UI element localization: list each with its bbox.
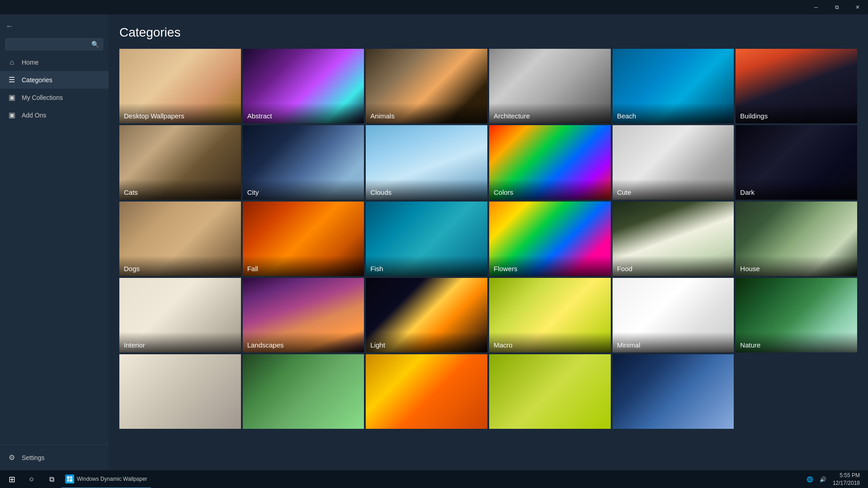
back-icon: ← [5, 22, 14, 31]
category-tile-house[interactable]: House [736, 202, 857, 276]
category-label-landscapes: Landscapes [243, 332, 364, 352]
restore-button[interactable]: ⧉ [826, 0, 847, 14]
category-tile-animals[interactable]: Animals [366, 49, 487, 123]
search-icon: 🔍 [91, 41, 99, 48]
app-icon [65, 474, 74, 483]
settings-item[interactable]: ⚙ Settings [0, 449, 108, 466]
search-input[interactable] [9, 41, 91, 48]
categories-icon: ☰ [7, 75, 16, 84]
category-label-cute: Cute [613, 179, 734, 200]
category-label-architecture: Architecture [489, 103, 611, 123]
sidebar-item-categories[interactable]: ☰ Categories [0, 71, 108, 89]
search-box[interactable]: 🔍 [5, 38, 103, 50]
category-tile-architecture[interactable]: Architecture [489, 49, 611, 123]
category-tile-buildings[interactable]: Buildings [736, 49, 857, 123]
category-tile-partial-1[interactable] [119, 354, 241, 429]
app-container: ← 🔍 ⌂ Home ☰ Categories ▣ My Collections… [0, 14, 868, 470]
time: 5:55 PM [833, 472, 860, 479]
category-tile-colors[interactable]: Colors [489, 125, 611, 200]
category-label-food: Food [613, 256, 734, 276]
taskbar: ⊞ ○ ⧉ Windows Dynamic Wallpaper 🌐 🔊 5:55… [0, 470, 868, 488]
category-tile-desktop-wallpapers[interactable]: Desktop Wallpapers [119, 49, 241, 123]
category-label-macro: Macro [489, 332, 611, 352]
task-view-button[interactable]: ⧉ [42, 470, 61, 488]
category-tile-flowers[interactable]: Flowers [489, 202, 611, 276]
category-label-interior: Interior [119, 332, 241, 352]
category-tile-beach[interactable]: Beach [613, 49, 734, 123]
title-bar-controls: ─ ⧉ ✕ [806, 0, 868, 14]
category-tile-macro[interactable]: Macro [489, 278, 611, 352]
collections-icon: ▣ [7, 93, 16, 102]
close-button[interactable]: ✕ [847, 0, 868, 14]
taskbar-app-item[interactable]: Windows Dynamic Wallpaper [61, 470, 151, 488]
category-tile-minimal[interactable]: Minimal [613, 278, 734, 352]
category-tile-fall[interactable]: Fall [243, 202, 364, 276]
sidebar-footer: ⚙ Settings [0, 445, 108, 470]
minimize-button[interactable]: ─ [806, 0, 826, 14]
category-tile-dark[interactable]: Dark [736, 125, 857, 200]
category-label-animals: Animals [366, 103, 487, 123]
back-button[interactable]: ← [0, 18, 108, 35]
category-grid: Desktop WallpapersAbstractAnimalsArchite… [119, 49, 857, 429]
category-tile-partial-2[interactable] [243, 354, 364, 429]
settings-label: Settings [22, 454, 45, 461]
category-label-buildings: Buildings [736, 103, 857, 123]
volume-icon: 🔊 [820, 476, 826, 483]
category-tile-abstract[interactable]: Abstract [243, 49, 364, 123]
clock[interactable]: 5:55 PM 12/17/2018 [830, 470, 863, 488]
taskbar-right: 🌐 🔊 5:55 PM 12/17/2018 [804, 470, 866, 488]
taskbar-search-button[interactable]: ○ [22, 470, 42, 488]
category-tile-dogs[interactable]: Dogs [119, 202, 241, 276]
category-tile-interior[interactable]: Interior [119, 278, 241, 352]
category-label-dogs: Dogs [119, 256, 241, 276]
category-tile-clouds[interactable]: Clouds [366, 125, 487, 200]
category-label-clouds: Clouds [366, 179, 487, 200]
volume-icon-button[interactable]: 🔊 [817, 470, 829, 488]
category-tile-city[interactable]: City [243, 125, 364, 200]
category-label-nature: Nature [736, 332, 857, 352]
time-display: 5:55 PM 12/17/2018 [833, 472, 860, 487]
category-tile-partial-3[interactable] [366, 354, 487, 429]
category-tile-cute[interactable]: Cute [613, 125, 734, 200]
main-content: Categories Desktop WallpapersAbstractAni… [108, 14, 868, 470]
sidebar-item-home[interactable]: ⌂ Home [0, 54, 108, 71]
category-tile-food[interactable]: Food [613, 202, 734, 276]
settings-icon: ⚙ [7, 453, 16, 462]
category-label-colors: Colors [489, 179, 611, 200]
category-tile-fish[interactable]: Fish [366, 202, 487, 276]
sidebar-item-add-ons[interactable]: ▣ Add Ons [0, 106, 108, 124]
network-icon-button[interactable]: 🌐 [804, 470, 816, 488]
category-label-house: House [736, 256, 857, 276]
category-label-city: City [243, 179, 364, 200]
network-icon: 🌐 [807, 476, 813, 483]
category-label-beach: Beach [613, 103, 734, 123]
category-label-light: Light [366, 332, 487, 352]
taskbar-app-label: Windows Dynamic Wallpaper [77, 476, 147, 482]
category-tile-partial-4[interactable] [489, 354, 611, 429]
date: 12/17/2018 [833, 479, 860, 487]
start-button[interactable]: ⊞ [2, 470, 22, 488]
category-tile-nature[interactable]: Nature [736, 278, 857, 352]
page-title: Categories [119, 25, 857, 40]
category-label-desktop-wallpapers: Desktop Wallpapers [119, 103, 241, 123]
svg-rect-1 [70, 476, 73, 479]
category-label-dark: Dark [736, 179, 857, 200]
category-label-minimal: Minimal [613, 332, 734, 352]
svg-rect-0 [67, 476, 70, 479]
sidebar-item-add-ons-label: Add Ons [22, 112, 46, 119]
category-tile-landscapes[interactable]: Landscapes [243, 278, 364, 352]
home-icon: ⌂ [7, 58, 16, 66]
svg-rect-3 [70, 479, 73, 482]
category-label-cats: Cats [119, 179, 241, 200]
category-tile-cats[interactable]: Cats [119, 125, 241, 200]
category-label-fish: Fish [366, 256, 487, 276]
sidebar-item-categories-label: Categories [22, 76, 52, 84]
category-tile-light[interactable]: Light [366, 278, 487, 352]
sidebar-item-my-collections-label: My Collections [22, 94, 63, 101]
sidebar-item-my-collections[interactable]: ▣ My Collections [0, 89, 108, 106]
category-label-fall: Fall [243, 256, 364, 276]
svg-rect-2 [67, 479, 70, 482]
sidebar: ← 🔍 ⌂ Home ☰ Categories ▣ My Collections… [0, 14, 108, 470]
category-tile-partial-5[interactable] [613, 354, 734, 429]
category-label-abstract: Abstract [243, 103, 364, 123]
